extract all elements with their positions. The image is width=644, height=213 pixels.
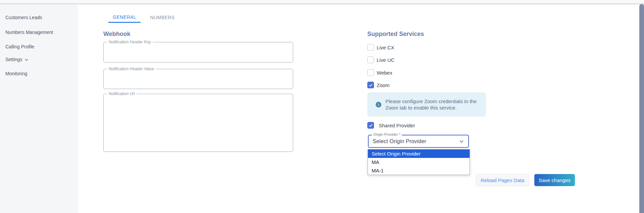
select-value: Select Origin Provider: [373, 138, 426, 144]
checkbox-label: Shared Provider: [379, 123, 415, 128]
checkbox-row-shared-provider[interactable]: Shared Provider: [367, 122, 415, 129]
checkbox-label: Live CX: [377, 45, 394, 50]
chevron-down-icon: [459, 139, 464, 144]
tab-label: GENERAL: [113, 14, 136, 20]
checkbox-zoom[interactable]: [367, 82, 374, 88]
sidebar-item-monitoring[interactable]: Monitoring: [5, 71, 27, 76]
sidebar-item-numbers-management[interactable]: Numbers Management: [5, 30, 53, 35]
checkbox-webex[interactable]: [367, 69, 374, 76]
field-label: Notification Header Value: [107, 67, 156, 71]
checkbox-live-uc[interactable]: [367, 56, 374, 63]
notification-url-field[interactable]: Notification Url: [103, 94, 293, 152]
option-label: Select Origin Provider: [372, 151, 421, 157]
notification-header-value-input[interactable]: [107, 71, 289, 87]
sidebar-item-label: Settings: [5, 57, 22, 62]
sidebar-item-label: Customers Leads: [5, 15, 42, 20]
checkbox-row-zoom[interactable]: Zoom: [367, 82, 389, 88]
sidebar: Customers Leads Numbers Management Calli…: [0, 4, 78, 213]
info-icon: i: [376, 102, 381, 108]
checkbox-shared-provider[interactable]: [367, 122, 374, 129]
checkbox-label: Webex: [377, 70, 392, 76]
chevron-down-icon: [24, 58, 29, 62]
checkbox-live-cx[interactable]: [367, 44, 374, 51]
notification-header-value-field[interactable]: Notification Header Value: [103, 69, 293, 89]
notification-url-input[interactable]: [107, 96, 289, 150]
field-label: Notification Url: [107, 91, 137, 96]
option-label: MA-1: [372, 168, 384, 173]
checkbox-row-live-cx[interactable]: Live CX: [367, 44, 394, 51]
save-changes-button[interactable]: Save changes: [534, 174, 575, 186]
dropdown-option-ma[interactable]: MA: [368, 158, 470, 166]
checkbox-label: Zoom: [377, 82, 389, 88]
checkbox-label: Live UC: [377, 57, 394, 63]
sidebar-item-customers-leads[interactable]: Customers Leads: [5, 15, 42, 20]
vertical-scrollbar-thumb[interactable]: [639, 4, 644, 213]
origin-provider-dropdown: Select Origin Provider MA MA-1: [368, 149, 470, 175]
sidebar-item-calling-profile[interactable]: Calling Profile: [5, 44, 34, 49]
origin-provider-select[interactable]: Origin Provider * Select Origin Provider: [368, 135, 469, 148]
checkbox-row-webex[interactable]: Webex: [367, 69, 392, 76]
top-strip: [0, 0, 644, 3]
tab-general[interactable]: GENERAL: [108, 12, 141, 23]
sidebar-item-label: Monitoring: [5, 71, 27, 76]
notification-header-key-field[interactable]: Notification Header Key: [103, 42, 293, 62]
dropdown-option-select-origin-provider[interactable]: Select Origin Provider: [368, 150, 470, 158]
check-icon: [369, 123, 373, 128]
sidebar-item-label: Numbers Management: [5, 30, 53, 35]
check-icon: [369, 83, 373, 87]
alert-text: Please configure Zoom credentials in the…: [385, 98, 483, 111]
zoom-credentials-alert: i Please configure Zoom credentials in t…: [367, 92, 486, 117]
top-divider: [0, 3, 644, 4]
reload-pages-data-button[interactable]: Reload Pages Data: [476, 174, 529, 186]
notification-header-key-input[interactable]: [107, 44, 289, 60]
field-label: Notification Header Key: [107, 40, 153, 44]
dropdown-option-ma-1[interactable]: MA-1: [368, 166, 470, 175]
tab-label: NUMBERS: [150, 15, 175, 20]
sidebar-item-settings[interactable]: Settings: [5, 57, 29, 62]
option-label: MA: [372, 159, 379, 165]
services-section-title: Supported Services: [367, 31, 424, 38]
select-label: Origin Provider *: [372, 132, 402, 136]
tab-numbers[interactable]: NUMBERS: [146, 12, 178, 23]
sidebar-item-label: Calling Profile: [5, 44, 34, 49]
webhook-section-title: Webhook: [103, 31, 130, 38]
checkbox-row-live-uc[interactable]: Live UC: [367, 56, 394, 63]
